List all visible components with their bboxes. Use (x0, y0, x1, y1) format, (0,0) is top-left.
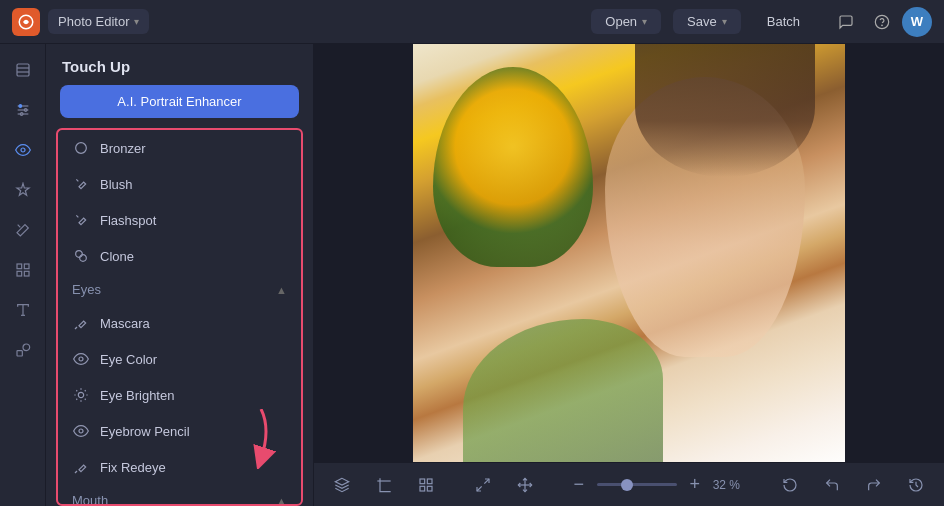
eyes-section-label: Eyes (72, 282, 101, 297)
svg-rect-3 (17, 64, 29, 76)
main-layout: Touch Up A.I. Portrait Enhancer Bronzer (0, 44, 944, 506)
sunflower-decoration (433, 67, 593, 267)
iconbar-effects[interactable] (5, 172, 41, 208)
tool-eye-brighten[interactable]: Eye Brighten (58, 377, 301, 413)
zoom-out-button[interactable]: − (567, 469, 591, 501)
svg-point-1 (875, 15, 888, 28)
flashspot-icon (72, 211, 90, 229)
svg-point-9 (19, 105, 22, 108)
tool-blush-label: Blush (100, 177, 133, 192)
tool-blush[interactable]: Blush (58, 166, 301, 202)
help-button[interactable] (866, 6, 898, 38)
layers-icon (15, 62, 31, 78)
iconbar-grid[interactable] (5, 252, 41, 288)
svg-point-25 (79, 357, 83, 361)
svg-line-33 (76, 399, 77, 400)
app-title-chevron: ▾ (134, 16, 139, 27)
undo-button[interactable] (816, 469, 848, 501)
crop-button[interactable] (368, 469, 400, 501)
zoom-in-button[interactable]: + (683, 469, 707, 501)
tool-clone[interactable]: Clone (58, 238, 301, 274)
shapes-icon (15, 342, 31, 358)
svg-point-26 (78, 392, 83, 397)
svg-line-41 (485, 479, 490, 484)
layers-toggle-button[interactable] (326, 469, 358, 501)
svg-point-24 (80, 255, 87, 262)
svg-rect-14 (17, 264, 22, 269)
app-header: Photo Editor ▾ Open ▾ Save ▾ Batch W (0, 0, 944, 44)
svg-marker-36 (335, 478, 348, 485)
open-chevron: ▾ (642, 16, 647, 27)
open-button[interactable]: Open ▾ (591, 9, 661, 34)
ai-portrait-button[interactable]: A.I. Portrait Enhancer (60, 85, 299, 118)
canvas-view[interactable] (314, 44, 944, 462)
zoom-slider-track[interactable] (597, 483, 677, 486)
crop-select-button[interactable] (509, 469, 541, 501)
mascara-icon (72, 314, 90, 332)
undo-icon (824, 477, 840, 493)
tool-eyebrow-pencil-label: Eyebrow Pencil (100, 424, 190, 439)
open-label: Open (605, 14, 637, 29)
mouth-section-header[interactable]: Mouth ▲ (58, 485, 301, 506)
photo-canvas (413, 44, 845, 462)
tool-bronzer[interactable]: Bronzer (58, 130, 301, 166)
fix-redeye-icon (72, 458, 90, 476)
app-title-button[interactable]: Photo Editor ▾ (48, 9, 149, 34)
svg-line-31 (76, 390, 77, 391)
reset-button[interactable] (774, 469, 806, 501)
iconbar-text[interactable] (5, 292, 41, 328)
svg-rect-16 (17, 271, 22, 276)
tool-mascara[interactable]: Mascara (58, 305, 301, 341)
tools-section: Bronzer Blush Flashspot (56, 128, 303, 506)
bottom-toolbar: − + 32 % (314, 462, 944, 506)
grid-bottom-icon (418, 477, 434, 493)
iconbar-eye[interactable] (5, 132, 41, 168)
grid-icon (15, 262, 31, 278)
canvas-area: − + 32 % (314, 44, 944, 506)
svg-rect-37 (420, 479, 425, 484)
svg-rect-39 (420, 486, 425, 491)
mouth-section-chevron: ▲ (276, 495, 287, 507)
ai-btn-label: A.I. Portrait Enhancer (117, 94, 241, 109)
tool-bronzer-label: Bronzer (100, 141, 146, 156)
fit-screen-button[interactable] (467, 469, 499, 501)
tool-fix-redeye[interactable]: Fix Redeye (58, 449, 301, 485)
clone-icon (72, 247, 90, 265)
user-avatar[interactable]: W (902, 7, 932, 37)
zoom-slider-handle[interactable] (621, 479, 633, 491)
redo-button[interactable] (858, 469, 890, 501)
app-title-label: Photo Editor (58, 14, 130, 29)
svg-point-12 (21, 148, 25, 152)
tool-flashspot[interactable]: Flashspot (58, 202, 301, 238)
crop-icon (376, 477, 392, 493)
help-icon (874, 14, 890, 30)
tool-flashspot-label: Flashspot (100, 213, 156, 228)
blush-icon (72, 175, 90, 193)
iconbar-shapes[interactable] (5, 332, 41, 368)
grid-view-button[interactable] (410, 469, 442, 501)
batch-label: Batch (767, 14, 800, 29)
save-button[interactable]: Save ▾ (673, 9, 741, 34)
history-button[interactable] (900, 469, 932, 501)
svg-rect-40 (427, 486, 432, 491)
redo-icon (866, 477, 882, 493)
text-icon (15, 302, 31, 318)
svg-rect-38 (427, 479, 432, 484)
tool-eye-color[interactable]: Eye Color (58, 341, 301, 377)
eyes-section-header[interactable]: Eyes ▲ (58, 274, 301, 305)
tool-eyebrow-pencil[interactable]: Eyebrow Pencil (58, 413, 301, 449)
sliders-icon (15, 102, 31, 118)
bronzer-icon (72, 139, 90, 157)
zoom-controls: − + 32 % (567, 469, 749, 501)
iconbar-layers[interactable] (5, 52, 41, 88)
eye-brighten-icon (72, 386, 90, 404)
iconbar-adjustments[interactable] (5, 92, 41, 128)
svg-rect-20 (17, 351, 22, 356)
app-logo (12, 8, 40, 36)
fit-screen-icon (475, 477, 491, 493)
tool-clone-label: Clone (100, 249, 134, 264)
tool-eye-brighten-label: Eye Brighten (100, 388, 174, 403)
batch-button[interactable]: Batch (753, 9, 814, 34)
iconbar-retouch[interactable] (5, 212, 41, 248)
comments-button[interactable] (830, 6, 862, 38)
